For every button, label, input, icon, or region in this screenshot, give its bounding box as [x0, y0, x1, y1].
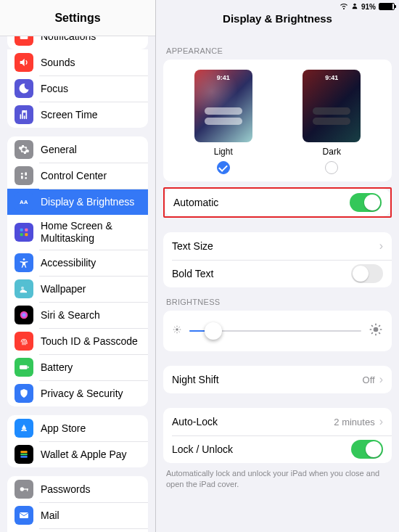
battery-icon	[379, 3, 395, 10]
sidebar-item-label: Wallpaper	[41, 283, 141, 295]
svg-rect-5	[21, 176, 23, 179]
sidebar-item-battery[interactable]: Battery	[7, 354, 148, 380]
screentime-icon	[15, 105, 33, 124]
svg-point-4	[21, 173, 23, 175]
night-shift-label: Night Shift	[172, 374, 219, 385]
night-shift-value: Off	[363, 375, 375, 385]
user-icon	[351, 2, 358, 11]
appearance-card: 9:41 Light 9:41 Dark	[163, 60, 392, 181]
accessibility-icon	[15, 253, 33, 272]
sidebar-item-notifications[interactable]: Notifications	[7, 36, 148, 49]
sidebar-item-siri[interactable]: Siri & Search	[7, 302, 148, 328]
sidebar-item-wallpaper[interactable]: Wallpaper	[7, 276, 148, 302]
dark-preview: 9:41	[303, 70, 361, 142]
automatic-toggle[interactable]	[350, 193, 382, 212]
lock-unlock-toggle[interactable]	[351, 440, 383, 459]
svg-rect-11	[20, 233, 23, 236]
automatic-highlight: Automatic	[163, 187, 392, 218]
sidebar-item-touchid[interactable]: Touch ID & Passcode	[7, 328, 148, 354]
auto-lock-label: Auto-Lock	[172, 416, 218, 427]
sun-min-icon	[172, 324, 182, 337]
lock-unlock-label: Lock / Unlock	[172, 443, 233, 455]
svg-text:AA: AA	[20, 199, 28, 205]
sidebar-item-mail[interactable]: Mail	[7, 502, 148, 528]
text-size-row[interactable]: Text Size ›	[163, 232, 392, 260]
sun-max-icon	[369, 322, 383, 340]
svg-rect-17	[28, 367, 28, 369]
svg-line-43	[379, 332, 380, 334]
general-icon	[15, 140, 33, 159]
svg-rect-10	[25, 229, 28, 232]
status-bar: 91%	[335, 0, 399, 13]
sidebar-item-label: General	[41, 144, 141, 156]
appearance-mode-light[interactable]: 9:41 Light	[187, 70, 260, 174]
night-shift-row[interactable]: Night Shift Off ›	[163, 366, 392, 393]
sidebar-item-sounds[interactable]: Sounds	[7, 49, 148, 75]
sidebar-item-homescreen[interactable]: Home Screen & Multitasking	[7, 215, 148, 250]
sidebar-item-contacts[interactable]: Contacts	[7, 528, 148, 532]
svg-rect-24	[27, 488, 28, 491]
sidebar-item-label: Focus	[41, 83, 141, 95]
svg-rect-20	[20, 454, 27, 456]
light-radio[interactable]	[217, 161, 230, 174]
sidebar-item-passwords[interactable]: Passwords	[7, 476, 148, 502]
auto-lock-value: 2 minutes	[334, 417, 374, 427]
svg-line-33	[174, 327, 175, 327]
siri-icon	[15, 306, 33, 324]
svg-point-0	[353, 4, 355, 6]
svg-point-13	[23, 258, 25, 261]
brightness-section-label: BRIGHTNESS	[166, 298, 389, 306]
sidebar-item-privacy[interactable]: Privacy & Security	[7, 380, 148, 406]
focus-icon	[15, 79, 33, 98]
light-label: Light	[214, 147, 233, 157]
bold-text-toggle[interactable]	[351, 264, 383, 283]
svg-rect-25	[20, 512, 28, 518]
sidebar-title: Settings	[0, 0, 155, 36]
sidebar-item-label: Sounds	[41, 57, 141, 69]
controlcenter-icon	[15, 166, 33, 185]
privacy-icon	[15, 384, 33, 403]
brightness-slider[interactable]	[189, 330, 361, 332]
lock-unlock-row[interactable]: Lock / Unlock	[163, 435, 392, 463]
auto-lock-row[interactable]: Auto-Lock 2 minutes ›	[163, 408, 392, 435]
wallet-icon	[15, 445, 33, 464]
display-icon: AA	[15, 192, 33, 211]
sidebar-item-controlcenter[interactable]: Control Center	[7, 163, 148, 189]
svg-line-36	[178, 327, 179, 327]
sidebar-item-focus[interactable]: Focus	[7, 75, 148, 102]
svg-point-6	[25, 177, 27, 179]
bold-text-row[interactable]: Bold Text	[163, 260, 392, 287]
svg-line-45	[379, 325, 380, 327]
battery-percent: 91%	[361, 3, 376, 11]
svg-rect-12	[25, 233, 28, 236]
sidebar-item-general[interactable]: General	[7, 136, 148, 163]
sidebar-item-wallet[interactable]: Wallet & Apple Pay	[7, 441, 148, 467]
svg-rect-7	[25, 172, 27, 176]
touchid-icon	[15, 332, 33, 351]
sidebar-item-label: Mail	[41, 510, 141, 522]
sidebar-item-label: Display & Brightness	[41, 196, 141, 208]
mail-icon	[15, 506, 33, 525]
sidebar-scroll[interactable]: Notifications SoundsFocusScreen Time Gen…	[0, 36, 155, 532]
sounds-icon	[15, 53, 33, 72]
notifications-icon	[15, 36, 33, 46]
appstore-icon: A	[15, 419, 33, 438]
automatic-row[interactable]: Automatic	[165, 189, 390, 216]
sidebar-item-label: App Store	[41, 422, 141, 435]
sidebar-item-label: Screen Time	[41, 109, 141, 121]
sidebar-item-screentime[interactable]: Screen Time	[7, 102, 148, 128]
sidebar-item-label: Control Center	[41, 170, 141, 182]
chevron-right-icon: ›	[379, 240, 383, 253]
sidebar-item-accessibility[interactable]: Accessibility	[7, 250, 148, 276]
sidebar-item-label: Siri & Search	[41, 309, 141, 322]
sidebar-item-label: Battery	[41, 361, 141, 374]
svg-point-37	[374, 327, 379, 332]
wifi-icon	[340, 1, 348, 12]
sidebar-item-label: Home Screen & Multitasking	[41, 220, 141, 245]
bold-text-label: Bold Text	[172, 268, 213, 279]
svg-rect-21	[20, 456, 27, 458]
dark-radio[interactable]	[325, 161, 338, 174]
sidebar-item-appstore[interactable]: AApp Store	[7, 415, 148, 441]
sidebar-item-display[interactable]: AADisplay & Brightness	[7, 189, 148, 215]
appearance-mode-dark[interactable]: 9:41 Dark	[295, 70, 368, 174]
